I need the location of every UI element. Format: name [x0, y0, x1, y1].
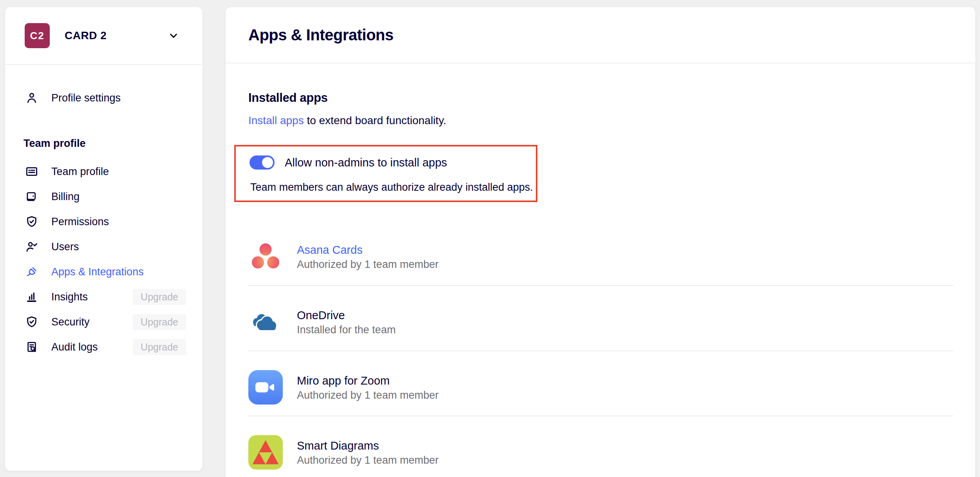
sidebar-item-audit-logs[interactable]: Audit logs Upgrade	[5, 334, 203, 360]
sidebar-item-label: Apps & Integrations	[51, 266, 144, 278]
highlight-annotation-box: Allow non-admins to install apps Team me…	[234, 145, 537, 202]
onedrive-icon	[248, 305, 283, 339]
sidebar-item-label: Users	[51, 241, 79, 253]
settings-sidebar: C2 CARD 2 Profile settings Team profile …	[5, 7, 203, 471]
toggle-label: Allow non-admins to install apps	[285, 156, 447, 169]
card-icon	[25, 164, 39, 179]
shield-check-icon	[25, 315, 39, 329]
app-row-smart-diagrams: Smart Diagrams Authorized by 1 team memb…	[248, 435, 439, 470]
apps-integrations-panel: Apps & Integrations Installed apps Insta…	[226, 7, 975, 477]
app-name: Miro app for Zoom	[297, 373, 439, 388]
sidebar-section-header: Team profile	[24, 137, 86, 150]
chevron-down-icon[interactable]	[167, 29, 180, 42]
intro-text: to extend board functionality.	[304, 114, 447, 126]
app-status: Installed for the team	[297, 323, 396, 336]
app-row-miro-zoom: Miro app for Zoom Authorized by 1 team m…	[248, 370, 439, 405]
app-info: Miro app for Zoom Authorized by 1 team m…	[297, 373, 439, 402]
toggle-description: Team members can always authorize alread…	[250, 181, 536, 193]
app-name: OneDrive	[297, 307, 396, 323]
sidebar-item-label: Profile settings	[51, 92, 121, 104]
sidebar-item-permissions[interactable]: Permissions	[5, 209, 203, 234]
billing-icon	[25, 190, 39, 204]
sidebar-item-label: Team profile	[51, 166, 109, 178]
doc-search-icon	[25, 340, 39, 354]
sidebar-item-team-profile[interactable]: Team profile	[5, 159, 203, 184]
person-icon	[25, 91, 39, 105]
app-status: Authorized by 1 team member	[297, 388, 439, 402]
allow-non-admins-row: Allow non-admins to install apps	[250, 155, 536, 170]
plug-icon	[25, 265, 39, 279]
sidebar-nav: Team profile Billing Permissions Users	[5, 159, 203, 360]
sidebar-item-apps-integrations[interactable]: Apps & Integrations	[5, 259, 203, 284]
app-name: Smart Diagrams	[297, 438, 439, 454]
installed-apps-intro: Install apps to extend board functionali…	[248, 114, 446, 127]
workspace-name: CARD 2	[65, 29, 107, 42]
app-row-onedrive: OneDrive Installed for the team	[248, 305, 396, 339]
panel-header: Apps & Integrations	[226, 7, 975, 63]
toggle-knob	[262, 157, 273, 168]
divider	[248, 416, 953, 416]
upgrade-badge[interactable]: Upgrade	[133, 289, 186, 305]
sidebar-item-profile-settings[interactable]: Profile settings	[5, 85, 203, 110]
bar-chart-icon	[25, 290, 39, 304]
installed-apps-heading: Installed apps	[248, 91, 328, 105]
app-name-link[interactable]: Asana Cards	[297, 242, 439, 258]
shield-check-icon	[25, 215, 39, 229]
divider	[248, 285, 953, 286]
app-window: C2 CARD 2 Profile settings Team profile …	[0, 0, 980, 477]
sidebar-item-label: Billing	[51, 191, 80, 203]
allow-non-admins-toggle[interactable]	[250, 155, 275, 170]
sidebar-item-label: Permissions	[51, 216, 109, 228]
app-info: OneDrive Installed for the team	[297, 307, 396, 336]
divider	[248, 351, 953, 351]
sidebar-item-billing[interactable]: Billing	[5, 184, 203, 209]
workspace-switcher[interactable]: C2 CARD 2	[5, 7, 203, 65]
app-row-asana-cards: Asana Cards Authorized by 1 team member	[248, 239, 439, 274]
sidebar-item-label: Insights	[51, 291, 88, 303]
app-status: Authorized by 1 team member	[297, 258, 439, 271]
app-info: Asana Cards Authorized by 1 team member	[297, 242, 439, 271]
app-info: Smart Diagrams Authorized by 1 team memb…	[297, 438, 439, 467]
sidebar-item-insights[interactable]: Insights Upgrade	[5, 284, 203, 309]
upgrade-badge[interactable]: Upgrade	[133, 339, 186, 355]
upgrade-badge[interactable]: Upgrade	[133, 314, 186, 330]
sidebar-item-users[interactable]: Users	[5, 234, 203, 259]
smart-diagrams-icon	[248, 435, 283, 470]
sidebar-item-label: Security	[51, 316, 90, 328]
install-apps-link[interactable]: Install apps	[248, 114, 304, 126]
app-status: Authorized by 1 team member	[297, 454, 439, 467]
page-title: Apps & Integrations	[248, 26, 394, 44]
sidebar-item-security[interactable]: Security Upgrade	[5, 309, 203, 334]
workspace-avatar: C2	[25, 23, 50, 48]
sidebar-item-label: Audit logs	[51, 341, 98, 353]
user-check-icon	[25, 240, 39, 254]
zoom-icon	[248, 370, 283, 405]
asana-icon	[248, 239, 283, 274]
